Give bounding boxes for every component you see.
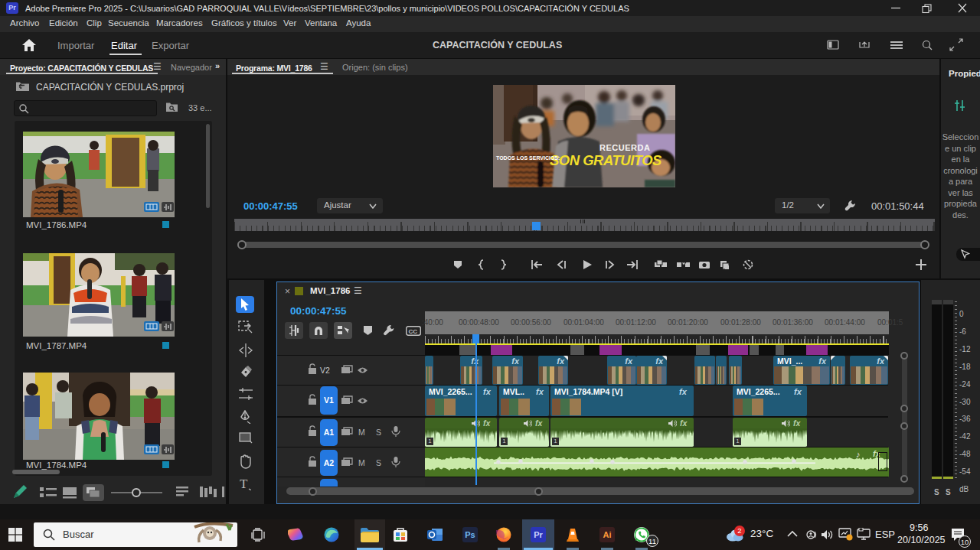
svg-text:SON GRATUITOS: SON GRATUITOS <box>550 152 662 168</box>
svg-text:RECUERDA: RECUERDA <box>599 143 650 152</box>
svg-text:T: T <box>240 477 248 490</box>
svg-text:V2: V2 <box>320 366 330 375</box>
svg-text:M: M <box>358 428 365 437</box>
svg-text:CC: CC <box>408 328 417 335</box>
svg-text:M: M <box>358 458 365 467</box>
svg-text:S: S <box>376 458 381 467</box>
svg-text:TODOS LOS SERVICIOS:: TODOS LOS SERVICIOS: <box>496 155 560 161</box>
svg-text:S: S <box>376 428 381 437</box>
